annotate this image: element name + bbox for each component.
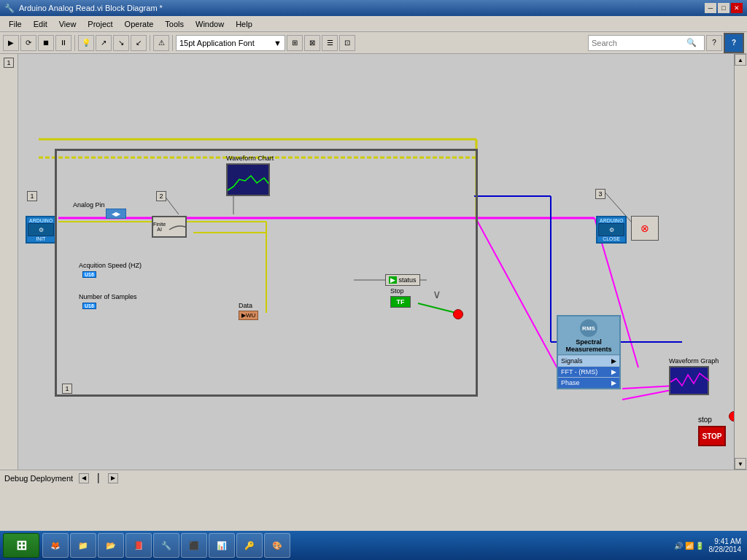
maximize-button[interactable]: □ — [718, 3, 729, 13]
reorder-button[interactable]: ☰ — [322, 35, 338, 51]
taskbar-explorer[interactable]: 📁 — [70, 533, 96, 558]
align-button[interactable]: ⊞ — [287, 35, 303, 51]
taskbar-labview[interactable]: 🔧 — [153, 533, 179, 558]
finite-ai-block[interactable]: Finite AI — [152, 216, 187, 238]
start-button[interactable]: ⊞ — [3, 533, 39, 558]
taskbar-tool3[interactable]: 🎨 — [264, 533, 290, 558]
scroll-left[interactable]: ◀ — [79, 473, 89, 483]
spectral-fft-rms[interactable]: FFT - (RMS) ▶ — [558, 366, 619, 377]
taskbar-tool2[interactable]: 🔑 — [236, 533, 263, 558]
search-input[interactable] — [592, 39, 686, 47]
scrollbar-h[interactable] — [98, 473, 99, 483]
spectral-measurements-block[interactable]: RMS Spectral Measurements Signals ▶ FFT … — [557, 315, 621, 389]
taskbar-folder2[interactable]: 📂 — [98, 533, 124, 558]
error-block[interactable]: ⊗ — [631, 216, 659, 241]
loop-red-dot[interactable] — [453, 309, 463, 319]
svg-line-18 — [622, 386, 675, 389]
loop-num: 1 — [62, 384, 72, 394]
run-button[interactable]: ▶ — [3, 35, 19, 51]
status-bar: Debug Deployment ◀ ▶ — [0, 470, 747, 486]
scroll-track-v — [735, 66, 747, 458]
data-label: Data — [239, 302, 252, 309]
analog-pin-block[interactable]: ◀▶ — [106, 209, 126, 219]
waveform-graph[interactable] — [669, 366, 709, 395]
taskbar-apps: 🦊 📁 📂 📕 🔧 ⬛ 📊 🔑 🎨 — [42, 533, 290, 558]
close-button[interactable]: ✕ — [731, 3, 743, 13]
status-left: Debug Deployment ◀ ▶ — [4, 473, 118, 483]
sep3 — [172, 35, 173, 51]
data-block[interactable]: ▶WU — [239, 311, 258, 320]
taskbar-book[interactable]: 📕 — [125, 533, 152, 558]
acquition-speed-u16: U16 — [82, 271, 96, 278]
menu-operate[interactable]: Operate — [119, 18, 160, 30]
app-icon: 🔧 — [4, 4, 15, 13]
stop-red-dot[interactable] — [729, 411, 734, 421]
waveform-graph-label: Waveform Graph — [669, 357, 719, 365]
num-samples-u16: U16 — [82, 303, 96, 309]
right-scrollbar[interactable]: ▲ ▼ — [734, 54, 747, 470]
taskbar-firefox[interactable]: 🦊 — [42, 533, 69, 558]
taskbar-tool1[interactable]: 📊 — [209, 533, 235, 558]
diagram-canvas: 1 2 3 ARDUINO ⚙ INIT 1 Waveform Chart — [18, 54, 734, 470]
search-icon: 🔍 — [686, 38, 697, 47]
spectral-signals[interactable]: Signals ▶ — [558, 355, 619, 366]
sep2 — [150, 35, 150, 51]
highlight-button[interactable]: 💡 — [78, 35, 94, 51]
context-help-icon[interactable]: ? — [724, 33, 744, 53]
waveform-chart[interactable] — [226, 163, 270, 196]
snap-button[interactable]: ⊡ — [339, 35, 355, 51]
stop-bool[interactable]: TF — [390, 296, 411, 308]
abort-button[interactable]: ⏹ — [38, 35, 54, 51]
arduino-close-block[interactable]: ARDUINO ⚙ CLOSE — [596, 216, 627, 244]
search-box[interactable]: 🔍 — [588, 35, 705, 51]
taskbar-icons: 🔊 📶 🔋 — [674, 542, 705, 550]
taskbar-cmd[interactable]: ⬛ — [181, 533, 207, 558]
minimize-button[interactable]: ─ — [705, 3, 716, 13]
menu-window[interactable]: Window — [190, 18, 230, 30]
menu-tools[interactable]: Tools — [159, 18, 190, 30]
stop-button-container: stop STOP — [698, 426, 708, 436]
step-over-button[interactable]: ↗ — [96, 35, 112, 51]
stop-label: Stop — [390, 287, 404, 295]
scroll-up[interactable]: ▲ — [735, 54, 746, 66]
pause-button[interactable]: ⏸ — [55, 35, 71, 51]
menu-view[interactable]: View — [53, 18, 82, 30]
status-block[interactable]: ▶ status — [385, 274, 420, 286]
warning-button[interactable]: ⚠ — [153, 35, 169, 51]
scroll-down[interactable]: ▼ — [735, 458, 746, 470]
clock: 9:41 AM 8/28/2014 — [709, 537, 742, 553]
taskbar-right: 🔊 📶 🔋 9:41 AM 8/28/2014 — [674, 537, 744, 553]
menu-bar: File Edit View Project Operate Tools Win… — [0, 16, 747, 32]
title-bar: 🔧 Arduino Analog Read.vi Block Diagram *… — [0, 0, 747, 16]
waveform-chart-label: Waveform Chart — [226, 155, 274, 162]
menu-file[interactable]: File — [3, 18, 28, 30]
block-diagram: 1 2 3 ARDUINO ⚙ INIT 1 Waveform Chart — [18, 54, 734, 470]
stop-container: Stop TF — [390, 296, 411, 308]
step-out-button[interactable]: ↙ — [131, 35, 147, 51]
left-panel: 1 1 — [0, 54, 18, 470]
arduino-init-block[interactable]: ARDUINO ⚙ INIT — [26, 216, 56, 244]
acquition-speed-label: Acquition Speed (HZ) — [79, 262, 142, 269]
menu-help[interactable]: Help — [230, 18, 258, 30]
analog-pin-label: Analog Pin — [73, 201, 105, 209]
toolbar: ▶ ⟳ ⏹ ⏸ 💡 ↗ ↘ ↙ ⚠ 15pt Application Font … — [0, 32, 747, 54]
window-title: 🔧 Arduino Analog Read.vi Block Diagram * — [4, 4, 163, 13]
font-dropdown[interactable]: 15pt Application Font ▼ — [176, 35, 285, 51]
num-samples-label: Number of Samples — [79, 293, 137, 300]
spectral-title: RMS Spectral Measurements — [558, 316, 619, 355]
scroll-right[interactable]: ▶ — [108, 473, 118, 483]
stop-button[interactable]: STOP — [698, 426, 726, 446]
spectral-phase[interactable]: Phase ▶ — [558, 377, 619, 388]
stop-btn-label: stop — [698, 416, 712, 424]
svg-line-17 — [622, 389, 675, 400]
menu-project[interactable]: Project — [82, 18, 118, 30]
step-into-button[interactable]: ↘ — [113, 35, 129, 51]
sep1 — [74, 35, 75, 51]
distribute-button[interactable]: ⊠ — [304, 35, 320, 51]
v-symbol: ∨ — [433, 287, 441, 301]
menu-edit[interactable]: Edit — [28, 18, 53, 30]
help-button[interactable]: ? — [706, 35, 722, 51]
num-box-1: 1 — [27, 191, 37, 201]
run-continuously-button[interactable]: ⟳ — [20, 35, 36, 51]
left-num-bottom: 1 — [4, 58, 14, 68]
